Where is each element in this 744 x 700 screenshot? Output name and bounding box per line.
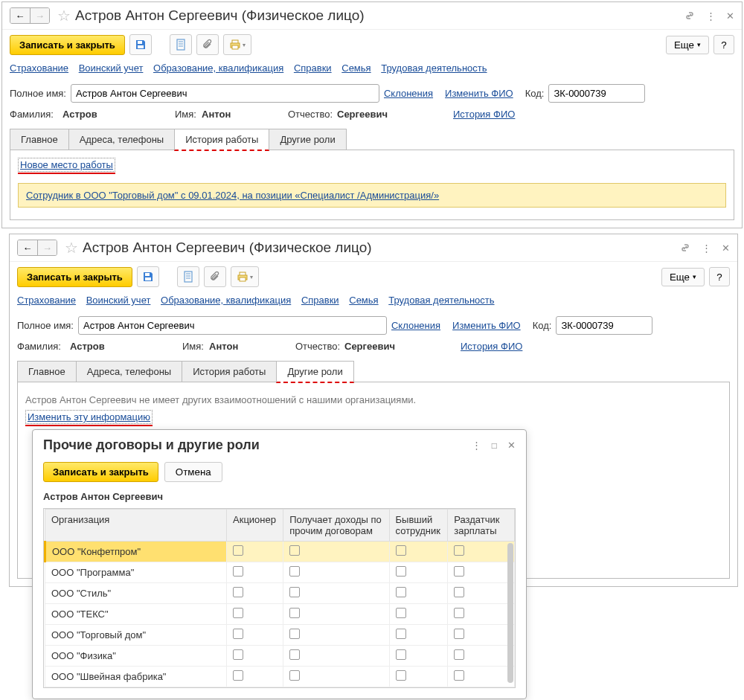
org-cell[interactable]: ООО "Программа"	[45, 562, 227, 583]
checkbox[interactable]	[233, 670, 243, 681]
checkbox[interactable]	[233, 566, 243, 577]
checkbox[interactable]	[289, 649, 300, 660]
link-work[interactable]: Трудовая деятельность	[388, 295, 494, 306]
dialog-cancel-button[interactable]: Отмена	[164, 462, 222, 482]
document-button[interactable]	[170, 34, 192, 55]
scrollbar[interactable]	[507, 543, 513, 683]
kebab-menu-icon[interactable]: ⋮	[472, 440, 481, 451]
print-button[interactable]: ▾	[231, 266, 259, 287]
checkbox[interactable]	[289, 545, 300, 556]
tab-roles[interactable]: Другие роли	[276, 361, 353, 383]
checkbox[interactable]	[396, 670, 406, 681]
link-insurance[interactable]: Страхование	[10, 62, 68, 74]
declension-link[interactable]: Склонения	[384, 88, 433, 99]
fullname-input[interactable]	[71, 84, 379, 103]
help-button[interactable]: ?	[713, 35, 734, 54]
link-work[interactable]: Трудовая деятельность	[381, 62, 487, 74]
change-info-link[interactable]: Изменить эту информацию	[25, 410, 153, 424]
col-former[interactable]: Бывший сотрудник	[389, 510, 448, 542]
link-family[interactable]: Семья	[341, 62, 371, 74]
org-cell[interactable]: ООО "Стиль"	[45, 583, 227, 604]
checkbox[interactable]	[289, 608, 300, 618]
col-org[interactable]: Организация	[45, 510, 227, 542]
link-education[interactable]: Образование, квалификация	[161, 295, 291, 306]
org-cell[interactable]: ООО "Торговый дом"	[45, 625, 227, 646]
document-button[interactable]	[177, 266, 199, 287]
checkbox[interactable]	[289, 587, 300, 597]
tab-addresses[interactable]: Адреса, телефоны	[68, 129, 176, 150]
tab-main[interactable]: Главное	[10, 129, 69, 150]
checkbox[interactable]	[454, 566, 464, 577]
org-cell[interactable]: ООО "Конфетпром"	[45, 542, 227, 562]
checkbox[interactable]	[396, 629, 406, 639]
link-insurance[interactable]: Страхование	[17, 295, 76, 306]
dialog-save-close-button[interactable]: Записать и закрыть	[43, 462, 158, 482]
tab-history[interactable]: История работы	[182, 361, 277, 382]
checkbox[interactable]	[289, 566, 300, 577]
checkbox[interactable]	[454, 587, 464, 597]
nav-forward-button[interactable]: →	[30, 8, 49, 23]
save-button[interactable]	[129, 34, 152, 55]
table-row[interactable]: ООО "Конфетпром"	[45, 542, 515, 562]
link-military[interactable]: Воинский учет	[79, 62, 144, 74]
link-certs[interactable]: Справки	[301, 295, 339, 306]
checkbox[interactable]	[454, 629, 464, 639]
table-row[interactable]: ООО "Стиль"	[45, 583, 515, 604]
col-shareholder[interactable]: Акционер	[227, 510, 283, 542]
link-education[interactable]: Образование, квалификация	[153, 62, 283, 74]
save-close-button[interactable]: Записать и закрыть	[17, 267, 132, 287]
new-workplace-link[interactable]: Новое место работы	[18, 158, 115, 172]
checkbox[interactable]	[233, 608, 243, 618]
kebab-menu-icon[interactable]: ⋮	[702, 243, 711, 254]
checkbox[interactable]	[233, 649, 243, 660]
table-row[interactable]: ООО "Торговый дом"	[45, 625, 515, 646]
table-row[interactable]: ООО "Швейная фабрика"	[45, 667, 515, 687]
checkbox[interactable]	[396, 587, 406, 597]
org-cell[interactable]: ООО "Швейная фабрика"	[45, 667, 227, 687]
tab-roles[interactable]: Другие роли	[269, 129, 346, 150]
checkbox[interactable]	[454, 670, 464, 681]
table-row[interactable]: ООО "Физика"	[45, 646, 515, 667]
checkbox[interactable]	[289, 629, 300, 639]
close-icon[interactable]: ✕	[507, 440, 516, 451]
maximize-icon[interactable]: □	[492, 440, 497, 451]
help-button[interactable]: ?	[709, 267, 730, 286]
print-button[interactable]: ▾	[223, 34, 251, 55]
checkbox[interactable]	[454, 649, 464, 660]
col-payer[interactable]: Раздатчик зарплаты	[448, 510, 515, 542]
tab-addresses[interactable]: Адреса, телефоны	[76, 361, 183, 382]
checkbox[interactable]	[454, 608, 464, 618]
nav-back-button[interactable]: ←	[10, 8, 30, 23]
kebab-menu-icon[interactable]: ⋮	[706, 10, 716, 22]
link-military[interactable]: Воинский учет	[86, 295, 151, 306]
code-input[interactable]	[548, 84, 645, 103]
table-row[interactable]: ООО "ТЕКС"	[45, 604, 515, 625]
col-income[interactable]: Получает доходы по прочим договорам	[283, 510, 389, 542]
checkbox[interactable]	[289, 670, 300, 681]
edit-fio-link[interactable]: Изменить ФИО	[445, 88, 513, 99]
attach-button[interactable]	[196, 34, 219, 55]
edit-fio-link[interactable]: Изменить ФИО	[452, 320, 521, 331]
link-icon[interactable]	[684, 10, 696, 22]
checkbox[interactable]	[396, 545, 406, 556]
checkbox[interactable]	[396, 649, 406, 660]
checkbox[interactable]	[233, 587, 243, 597]
more-button[interactable]: Еще▾	[666, 36, 709, 54]
checkbox[interactable]	[233, 629, 243, 639]
org-cell[interactable]: ООО "ТЕКС"	[45, 604, 227, 625]
fio-history-link[interactable]: История ФИО	[461, 341, 522, 352]
code-input[interactable]	[556, 316, 652, 335]
save-button[interactable]	[137, 266, 159, 287]
tab-main[interactable]: Главное	[17, 361, 77, 382]
nav-back-button[interactable]: ←	[18, 240, 37, 255]
close-icon[interactable]: ✕	[722, 243, 730, 254]
fullname-input[interactable]	[78, 316, 387, 335]
nav-forward-button[interactable]: →	[37, 240, 57, 255]
fio-history-link[interactable]: История ФИО	[453, 109, 515, 120]
tab-history[interactable]: История работы	[174, 129, 269, 151]
link-family[interactable]: Семья	[349, 295, 378, 306]
more-button[interactable]: Еще▾	[661, 268, 705, 286]
org-cell[interactable]: ООО "Физика"	[45, 646, 227, 667]
link-certs[interactable]: Справки	[294, 62, 332, 74]
checkbox[interactable]	[233, 545, 243, 556]
